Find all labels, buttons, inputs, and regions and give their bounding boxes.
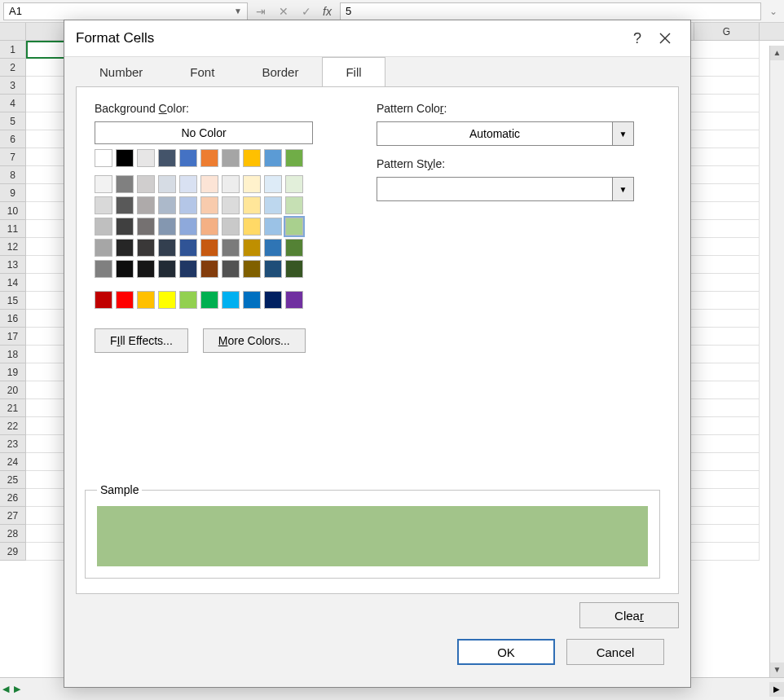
row-header[interactable]: 13 bbox=[0, 256, 26, 274]
color-swatch[interactable] bbox=[95, 175, 112, 193]
color-swatch[interactable] bbox=[264, 175, 282, 193]
row-header[interactable]: 24 bbox=[0, 453, 26, 471]
row-header[interactable]: 12 bbox=[0, 238, 26, 256]
row-header[interactable]: 11 bbox=[0, 220, 26, 238]
color-swatch[interactable] bbox=[243, 196, 261, 214]
row-header[interactable]: 5 bbox=[0, 112, 26, 130]
color-swatch[interactable] bbox=[285, 239, 303, 257]
row-header[interactable]: 25 bbox=[0, 471, 26, 489]
color-swatch[interactable] bbox=[285, 175, 303, 193]
color-swatch[interactable] bbox=[158, 175, 176, 193]
color-swatch[interactable] bbox=[200, 260, 218, 278]
color-swatch[interactable] bbox=[137, 291, 155, 309]
color-swatch[interactable] bbox=[200, 291, 218, 309]
color-swatch[interactable] bbox=[243, 291, 261, 309]
color-swatch[interactable] bbox=[158, 239, 176, 257]
color-swatch[interactable] bbox=[158, 291, 176, 309]
color-swatch[interactable] bbox=[179, 260, 197, 278]
pattern-color-combo[interactable]: Automatic ▼ bbox=[377, 121, 634, 146]
color-swatch[interactable] bbox=[222, 218, 240, 236]
row-header[interactable]: 28 bbox=[0, 525, 26, 543]
clear-button[interactable]: Clear bbox=[579, 602, 679, 628]
no-color-button[interactable]: No Color bbox=[95, 121, 313, 144]
fx-icon[interactable]: fx bbox=[323, 5, 332, 18]
color-swatch[interactable] bbox=[95, 291, 112, 309]
color-swatch[interactable] bbox=[243, 218, 261, 236]
color-swatch[interactable] bbox=[285, 196, 303, 214]
color-swatch[interactable] bbox=[264, 218, 282, 236]
color-swatch[interactable] bbox=[285, 291, 303, 309]
close-button[interactable] bbox=[651, 24, 679, 52]
row-header[interactable]: 19 bbox=[0, 363, 26, 381]
color-swatch[interactable] bbox=[158, 149, 176, 167]
fill-effects-button[interactable]: FIll Effects... bbox=[95, 328, 188, 353]
color-swatch[interactable] bbox=[137, 239, 155, 257]
color-swatch[interactable] bbox=[200, 149, 218, 167]
color-swatch[interactable] bbox=[264, 291, 282, 309]
row-header[interactable]: 23 bbox=[0, 435, 26, 453]
color-swatch[interactable] bbox=[243, 260, 261, 278]
color-swatch[interactable] bbox=[264, 260, 282, 278]
select-all-corner[interactable] bbox=[0, 23, 26, 41]
color-swatch[interactable] bbox=[116, 260, 134, 278]
row-header[interactable]: 2 bbox=[0, 59, 26, 77]
color-swatch[interactable] bbox=[158, 196, 176, 214]
help-button[interactable]: ? bbox=[623, 24, 651, 52]
color-swatch[interactable] bbox=[200, 218, 218, 236]
color-swatch[interactable] bbox=[179, 175, 197, 193]
color-swatch[interactable] bbox=[95, 260, 112, 278]
color-swatch[interactable] bbox=[264, 149, 282, 167]
color-swatch[interactable] bbox=[222, 291, 240, 309]
color-swatch[interactable] bbox=[179, 218, 197, 236]
row-header[interactable]: 21 bbox=[0, 399, 26, 417]
color-swatch[interactable] bbox=[95, 218, 112, 236]
row-header[interactable]: 8 bbox=[0, 166, 26, 184]
row-header[interactable]: 18 bbox=[0, 346, 26, 363]
color-swatch[interactable] bbox=[137, 175, 155, 193]
color-swatch[interactable] bbox=[222, 260, 240, 278]
color-swatch[interactable] bbox=[158, 218, 176, 236]
color-swatch[interactable] bbox=[285, 218, 303, 236]
tab-border[interactable]: Border bbox=[238, 57, 322, 87]
color-swatch[interactable] bbox=[222, 149, 240, 167]
color-swatch[interactable] bbox=[179, 149, 197, 167]
chevron-down-icon[interactable]: ▼ bbox=[234, 7, 242, 15]
color-swatch[interactable] bbox=[95, 196, 112, 214]
ok-button[interactable]: OK bbox=[457, 639, 555, 665]
color-swatch[interactable] bbox=[222, 239, 240, 257]
color-swatch[interactable] bbox=[200, 196, 218, 214]
row-header[interactable]: 15 bbox=[0, 292, 26, 310]
color-swatch[interactable] bbox=[222, 175, 240, 193]
row-header[interactable]: 4 bbox=[0, 95, 26, 112]
color-swatch[interactable] bbox=[137, 196, 155, 214]
color-swatch[interactable] bbox=[116, 239, 134, 257]
color-swatch[interactable] bbox=[116, 149, 134, 167]
color-swatch[interactable] bbox=[116, 175, 134, 193]
column-header-g[interactable]: G bbox=[694, 23, 760, 40]
color-swatch[interactable] bbox=[95, 149, 112, 167]
tab-number[interactable]: Number bbox=[76, 57, 166, 87]
color-swatch[interactable] bbox=[222, 196, 240, 214]
color-swatch[interactable] bbox=[137, 260, 155, 278]
cancel-button[interactable]: Cancel bbox=[566, 639, 664, 665]
row-header[interactable]: 22 bbox=[0, 417, 26, 435]
color-swatch[interactable] bbox=[200, 239, 218, 257]
scroll-right-icon[interactable]: ▶ bbox=[769, 682, 784, 697]
row-header[interactable]: 26 bbox=[0, 489, 26, 507]
color-swatch[interactable] bbox=[285, 260, 303, 278]
color-swatch[interactable] bbox=[158, 260, 176, 278]
color-swatch[interactable] bbox=[116, 196, 134, 214]
next-sheet-icon[interactable]: ▶ bbox=[11, 684, 23, 694]
vertical-scrollbar[interactable]: ▲ ▼ bbox=[769, 46, 784, 677]
color-swatch[interactable] bbox=[137, 149, 155, 167]
chevron-down-icon[interactable]: ▼ bbox=[612, 178, 633, 200]
color-swatch[interactable] bbox=[95, 239, 112, 257]
row-header[interactable]: 1 bbox=[0, 41, 26, 59]
color-swatch[interactable] bbox=[264, 196, 282, 214]
row-header[interactable]: 6 bbox=[0, 130, 26, 148]
first-sheet-icon[interactable]: ◀ bbox=[0, 684, 11, 694]
pattern-style-combo[interactable]: ▼ bbox=[377, 177, 634, 201]
dialog-titlebar[interactable]: Format Cells ? bbox=[64, 20, 690, 56]
row-header[interactable]: 16 bbox=[0, 310, 26, 328]
color-swatch[interactable] bbox=[243, 239, 261, 257]
